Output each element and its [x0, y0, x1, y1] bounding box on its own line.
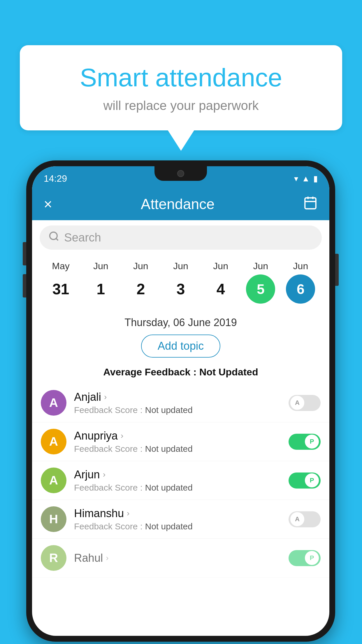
calendar-day-4[interactable]: 4	[202, 280, 240, 298]
attendance-toggle-anjali[interactable]: A	[289, 395, 321, 411]
speech-bubble-container: Smart attendance will replace your paper…	[20, 45, 342, 151]
student-feedback-himanshu: Feedback Score : Not updated	[74, 522, 289, 531]
phone-screen: 14:29 ▾ ▲ ▮ × Attendance	[32, 166, 329, 636]
toggle-knob-anupriya: P	[305, 435, 319, 449]
student-info-himanshu: Himanshu › Feedback Score : Not updated	[74, 507, 289, 531]
status-time: 14:29	[44, 173, 67, 184]
toggle-knob-partial: P	[305, 551, 319, 565]
svg-point-4	[50, 232, 57, 239]
search-input[interactable]: Search	[64, 231, 101, 244]
student-name-anjali: Anjali ›	[74, 391, 289, 403]
speech-bubble-tail	[168, 130, 194, 151]
calendar-strip: May Jun Jun Jun Jun Jun Jun 31 1 2	[32, 255, 329, 309]
month-3: Jun	[162, 261, 200, 272]
avg-feedback-label: Average Feedback :	[103, 366, 199, 377]
toggle-knob-arjun: P	[305, 473, 319, 487]
date-display: Thursday, 06 June 2019	[32, 309, 329, 332]
phone-notch	[154, 166, 207, 181]
search-bar-container: Search	[32, 220, 329, 255]
day-wrapper-1[interactable]: 1	[82, 280, 120, 298]
month-0: May	[42, 261, 80, 272]
student-feedback-arjun: Feedback Score : Not updated	[74, 483, 289, 493]
calendar-day-1[interactable]: 1	[82, 280, 120, 298]
student-avatar-arjun: A	[41, 468, 66, 493]
calendar-day-31[interactable]: 31	[42, 280, 80, 298]
student-name-anupriya: Anupriya ›	[74, 430, 289, 442]
search-bar[interactable]: Search	[40, 225, 322, 250]
student-name-arjun: Arjun ›	[74, 468, 289, 481]
attendance-toggle-partial[interactable]: P	[289, 550, 321, 566]
volume-down-button	[23, 274, 26, 298]
signal-icon: ▲	[302, 174, 310, 183]
chevron-arjun: ›	[103, 470, 106, 479]
chevron-partial: ›	[106, 553, 108, 563]
toggle-knob-himanshu: A	[290, 512, 304, 526]
chevron-anjali: ›	[104, 392, 107, 402]
day-wrapper-6[interactable]: 6	[282, 274, 319, 304]
student-info-anjali: Anjali › Feedback Score : Not updated	[74, 391, 289, 415]
month-4: Jun	[202, 261, 240, 272]
header-title: Attendance	[141, 196, 215, 213]
svg-rect-0	[305, 198, 316, 209]
battery-icon: ▮	[313, 174, 318, 183]
student-item-arjun[interactable]: A Arjun › Feedback Score : Not updated P	[32, 461, 329, 500]
phone-camera	[177, 170, 184, 177]
calendar-days: 31 1 2 3 4 5 6	[41, 274, 321, 304]
close-button[interactable]: ×	[44, 196, 52, 213]
student-info-partial: Rahul ›	[74, 552, 289, 564]
calendar-day-3[interactable]: 3	[162, 280, 200, 298]
month-6: Jun	[282, 261, 319, 272]
student-item-anjali[interactable]: A Anjali › Feedback Score : Not updated …	[32, 384, 329, 422]
day-wrapper-2[interactable]: 2	[122, 280, 160, 298]
student-item-partial[interactable]: R Rahul › P	[32, 539, 329, 578]
svg-line-5	[56, 238, 58, 240]
toggle-container-anupriya: P	[289, 434, 321, 450]
power-button	[335, 254, 339, 286]
student-feedback-anupriya: Feedback Score : Not updated	[74, 444, 289, 454]
day-wrapper-3[interactable]: 3	[162, 280, 200, 298]
toggle-container-himanshu: A	[289, 511, 321, 527]
student-info-anupriya: Anupriya › Feedback Score : Not updated	[74, 430, 289, 454]
wifi-icon: ▾	[294, 174, 298, 183]
chevron-anupriya: ›	[121, 431, 123, 440]
day-wrapper-4[interactable]: 4	[202, 280, 240, 298]
month-1: Jun	[82, 261, 120, 272]
chevron-himanshu: ›	[127, 509, 129, 518]
student-item-anupriya[interactable]: A Anupriya › Feedback Score : Not update…	[32, 422, 329, 461]
calendar-icon[interactable]	[303, 195, 318, 213]
toggle-knob-anjali: A	[290, 396, 304, 410]
speech-bubble-title: Smart attendance	[43, 63, 319, 92]
month-2: Jun	[122, 261, 160, 272]
speech-bubble-subtitle: will replace your paperwork	[43, 98, 319, 113]
avg-feedback: Average Feedback : Not Updated	[32, 363, 329, 384]
phone-frame: 14:29 ▾ ▲ ▮ × Attendance	[26, 160, 335, 642]
speech-bubble: Smart attendance will replace your paper…	[20, 45, 342, 130]
day-wrapper-0[interactable]: 31	[42, 280, 80, 298]
student-avatar-himanshu: H	[41, 506, 66, 532]
calendar-day-6-selected[interactable]: 6	[286, 274, 315, 304]
volume-up-button	[23, 242, 26, 265]
day-wrapper-5[interactable]: 5	[242, 274, 280, 304]
attendance-toggle-himanshu[interactable]: A	[289, 511, 321, 527]
calendar-day-2[interactable]: 2	[122, 280, 160, 298]
student-feedback-anjali: Feedback Score : Not updated	[74, 405, 289, 415]
attendance-toggle-arjun[interactable]: P	[289, 473, 321, 489]
calendar-day-5-today[interactable]: 5	[246, 274, 275, 304]
add-topic-container: Add topic	[32, 332, 329, 363]
add-topic-button[interactable]: Add topic	[141, 335, 220, 358]
status-icons: ▾ ▲ ▮	[294, 174, 318, 183]
search-icon	[48, 231, 59, 244]
calendar-months: May Jun Jun Jun Jun Jun Jun	[41, 261, 321, 272]
student-list: A Anjali › Feedback Score : Not updated …	[32, 384, 329, 578]
student-name-himanshu: Himanshu ›	[74, 507, 289, 520]
toggle-container-anjali: A	[289, 395, 321, 411]
avg-feedback-value: Not Updated	[199, 366, 258, 377]
student-item-himanshu[interactable]: H Himanshu › Feedback Score : Not update…	[32, 500, 329, 539]
attendance-toggle-anupriya[interactable]: P	[289, 434, 321, 450]
month-5: Jun	[242, 261, 280, 272]
student-name-partial: Rahul ›	[74, 552, 289, 564]
student-info-arjun: Arjun › Feedback Score : Not updated	[74, 468, 289, 493]
student-avatar-partial: R	[41, 545, 66, 571]
toggle-container-partial: P	[289, 550, 321, 566]
app-header: × Attendance	[32, 188, 329, 220]
